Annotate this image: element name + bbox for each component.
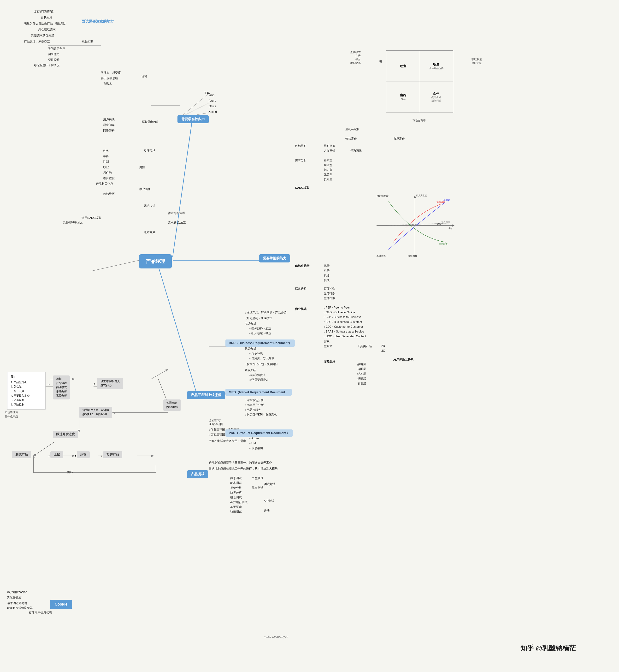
comm-market-box: 沟通市场撰写MRD (163, 399, 181, 411)
portrait-job: 职业 (103, 165, 109, 170)
svg-marker-31 (452, 224, 455, 227)
bcg-ql-b-desc: 放弃 (401, 97, 406, 101)
business-model-title: 商业模式 (295, 307, 306, 311)
kano-demand: 需求 (436, 223, 441, 226)
cookie-item-2: 浏览器保存 (7, 596, 21, 600)
swot-strength: 优势 (324, 264, 330, 268)
bcg-quadrant-br: 金牛 提高价格获取利润 (419, 81, 453, 113)
portrait-location: 居住地 (103, 171, 112, 175)
brd-macro: 整体趋势 ◦ 宏观 (250, 327, 271, 331)
price-right: 市场定价 (393, 137, 405, 141)
brd-core-person: 核心负责人 (250, 373, 266, 377)
interview-item-2: 自我介绍 (41, 16, 52, 20)
bcg-qr-title: 明星 (433, 62, 439, 67)
demand-reverse: 反向型 (324, 178, 332, 182)
bm-o2o: O2O ◦ Online to Online (324, 311, 355, 314)
tools-visio: visio (209, 93, 214, 97)
bm-b2b: B2B ◦ Business to Business (324, 316, 361, 319)
brd-micro: 细分领域 ◦ 微观 (250, 331, 271, 335)
bcg-qr-desc: 关注竞品价格 (429, 67, 443, 70)
index-wechat: 微信指数 (324, 291, 335, 295)
bm-ugc: UGC ◦ User Generated Content (324, 335, 366, 338)
bcg-ql-title: 幼童 (400, 64, 406, 68)
make-by-label: make by zeanyon (264, 635, 288, 639)
svg-text:需求: 需求 (449, 227, 453, 229)
svg-line-0 (173, 122, 192, 257)
ux-framework: 框架层 (357, 377, 366, 381)
center-label: 产品经理 (146, 259, 165, 264)
target-exp: 目标经历 (103, 192, 115, 196)
person-portrait: 人物画像 (324, 149, 335, 153)
needs-software-label: 需要学会软实力 (181, 117, 205, 121)
demand-basic: 基本型 (324, 158, 332, 162)
needs-skills-label: 需要掌握的能力 (263, 256, 286, 260)
interview-item-5: 判断需求的优先级 (31, 33, 54, 38)
kano-title: KANO模型 (295, 186, 309, 190)
bcg-profit-model: 盈利模式 (350, 50, 361, 54)
demand-neutral: 无关型 (324, 173, 332, 177)
product-test-node: 产品测试 (187, 470, 208, 478)
brd-team: 团队介绍 (245, 368, 256, 373)
user-types-title: 用户画像 (324, 144, 335, 148)
cookie-node: Cookie (50, 600, 72, 609)
version-plan: 版本规划 (144, 230, 155, 234)
get-needs-label: 获取需求的法 (141, 120, 159, 124)
prototype-axure: Axure (250, 436, 259, 440)
interview-item-11: 对行业进行了解情况 (33, 63, 60, 67)
brd-item-2: 如何盈利 ◦ 商业模式 (245, 316, 272, 320)
bm-2b: 2B (381, 344, 385, 348)
bm-c2c: C2C ◦ Customer to Customer (324, 325, 363, 328)
bm-b2c: B2C ◦ Business to Customer (324, 320, 362, 324)
flow-diagram-page: 页面流程图 (209, 432, 225, 436)
ux-strategy: 战略层 (357, 362, 366, 366)
legend-1: 1. 产品做什么 (11, 380, 42, 385)
organize-needs: 整理需求 (144, 149, 155, 153)
test-base-elements: 基于要素 (230, 505, 242, 509)
improve-box: 改进产品 (103, 451, 122, 458)
personality-3: 有思术 (103, 82, 112, 86)
svg-text:一维因素: 一维因素 (441, 199, 450, 202)
interview-item-10: 项目经验 (48, 58, 60, 62)
portrait-edu: 教育程度 (103, 176, 115, 181)
user-research-2: 调查问卷 (103, 123, 115, 127)
prototype-info-arch: 信息架构 (250, 446, 263, 450)
interview-item-3: 表达为什么喜欢做产品 · 表达能力 (24, 21, 67, 26)
market-middle-label: 市场中低流是什么产品 (5, 410, 18, 419)
svg-line-3 (91, 260, 139, 271)
bcg-x-axis: 市场占有率 (413, 119, 426, 122)
interview-item-9: 调研能力 (48, 52, 60, 56)
index-baidu: 百度指数 (324, 287, 335, 291)
demand-charm: 魅力型 (324, 168, 332, 172)
swot-opp: 机遇 (324, 273, 330, 278)
bm-game: 游戏 (324, 339, 330, 344)
test-note2: 测试计划必须在测试工作开始进行，从小模块到大模块 (209, 467, 278, 471)
legend-2: 2. 怎么做 (11, 384, 42, 389)
track-dev-box: 跟进开发进度 (53, 431, 78, 438)
needs-skills-node: 需要掌握的能力 (259, 254, 290, 262)
arrow-5: ➔ (100, 454, 102, 458)
user-research-3: 网络资料 (103, 129, 115, 133)
mrd-kpi: 制定目标KPI ◦ 市场需求 (245, 413, 277, 417)
portrait-name: 姓名 (103, 149, 109, 153)
market-analysis-label: 市场分析 (295, 264, 306, 268)
test-blackbox: 黑盒测试 (252, 486, 263, 490)
svg-text:基本因素: 基本因素 (439, 243, 448, 245)
brd-market-title: 市场分析 (245, 322, 256, 326)
legend-5: 5. 怎么盈利 (11, 398, 42, 402)
watermark-label: 知乎 @乳酸钠楠茫 (521, 644, 576, 653)
user-portrait-label: 用户画像 (139, 187, 151, 191)
bcg-quadrant-tr: 明星 关注竞品价格 (419, 51, 453, 82)
svg-line-12 (151, 369, 168, 379)
test-each-plan: 各方案行测试 (230, 500, 248, 504)
demand-analysis-title: 需求分析 (295, 158, 306, 162)
tools-axure: Axure (209, 99, 216, 103)
test-edge: 边缘测试 (230, 510, 242, 514)
bcg-qr-b-title: 金牛 (433, 91, 439, 96)
bcg-platform: 平台 (350, 58, 361, 61)
test-combo: 组合测试 (230, 495, 242, 499)
prd-node: PRD（Product Requirement Document） (225, 429, 293, 436)
svg-line-2 (158, 266, 197, 394)
track-dev-label: 跟进开发进度 (56, 432, 75, 436)
legend-4: 4. 需要投入多少 (11, 394, 42, 398)
bm-saas: SAAS ◦ Software as a Service (324, 330, 364, 333)
